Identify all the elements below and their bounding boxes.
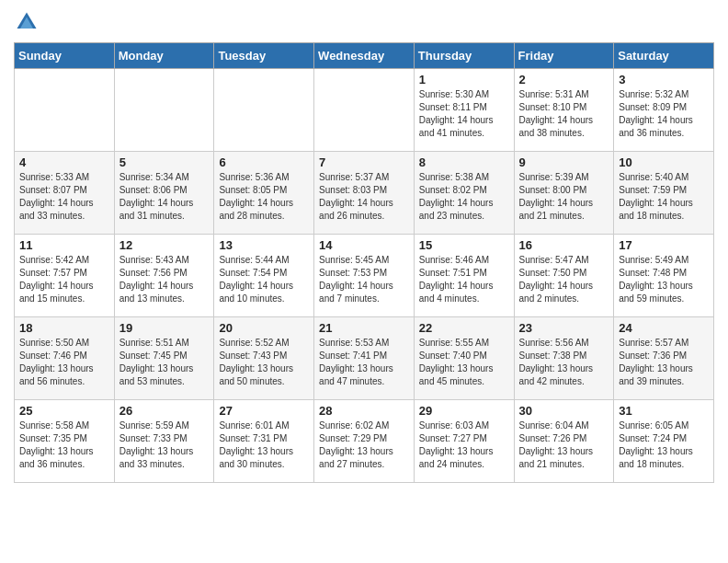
day-info: Sunrise: 5:42 AM Sunset: 7:57 PM Dayligh… — [19, 254, 109, 305]
calendar-cell: 20Sunrise: 5:52 AM Sunset: 7:43 PM Dayli… — [214, 317, 314, 400]
day-number: 4 — [19, 155, 109, 169]
calendar-cell: 30Sunrise: 6:04 AM Sunset: 7:26 PM Dayli… — [514, 400, 614, 483]
day-number: 31 — [619, 404, 709, 418]
day-number: 26 — [119, 404, 210, 418]
page-header — [14, 9, 714, 35]
day-number: 8 — [419, 155, 509, 169]
day-number: 14 — [319, 238, 409, 252]
day-number: 23 — [519, 321, 609, 335]
calendar-body: 1Sunrise: 5:30 AM Sunset: 8:11 PM Daylig… — [15, 69, 714, 483]
day-info: Sunrise: 5:43 AM Sunset: 7:56 PM Dayligh… — [119, 254, 210, 305]
day-number: 9 — [519, 155, 609, 169]
day-number: 22 — [419, 321, 509, 335]
calendar-cell: 6Sunrise: 5:36 AM Sunset: 8:05 PM Daylig… — [214, 152, 314, 235]
day-info: Sunrise: 5:46 AM Sunset: 7:51 PM Dayligh… — [419, 254, 509, 305]
day-info: Sunrise: 6:02 AM Sunset: 7:29 PM Dayligh… — [319, 419, 409, 471]
logo — [14, 9, 43, 35]
day-info: Sunrise: 5:30 AM Sunset: 8:11 PM Dayligh… — [419, 88, 509, 140]
week-row-4: 25Sunrise: 5:58 AM Sunset: 7:35 PM Dayli… — [15, 400, 714, 483]
day-info: Sunrise: 5:45 AM Sunset: 7:53 PM Dayligh… — [319, 254, 409, 305]
day-number: 24 — [619, 321, 709, 335]
day-info: Sunrise: 5:32 AM Sunset: 8:09 PM Dayligh… — [619, 88, 709, 140]
day-info: Sunrise: 5:57 AM Sunset: 7:36 PM Dayligh… — [619, 337, 709, 388]
day-info: Sunrise: 5:36 AM Sunset: 8:05 PM Dayligh… — [219, 171, 309, 223]
day-number: 1 — [419, 73, 509, 86]
day-number: 7 — [319, 155, 409, 169]
day-number: 15 — [419, 238, 509, 252]
day-number: 17 — [619, 238, 709, 252]
calendar-cell: 10Sunrise: 5:40 AM Sunset: 7:59 PM Dayli… — [614, 152, 714, 235]
calendar-cell: 1Sunrise: 5:30 AM Sunset: 8:11 PM Daylig… — [414, 69, 514, 152]
day-info: Sunrise: 5:40 AM Sunset: 7:59 PM Dayligh… — [619, 171, 709, 223]
day-number: 10 — [619, 155, 709, 169]
calendar-cell: 18Sunrise: 5:50 AM Sunset: 7:46 PM Dayli… — [15, 317, 115, 400]
calendar-cell: 13Sunrise: 5:44 AM Sunset: 7:54 PM Dayli… — [214, 235, 314, 317]
day-number: 16 — [519, 238, 609, 252]
calendar-cell: 9Sunrise: 5:39 AM Sunset: 8:00 PM Daylig… — [514, 152, 614, 235]
header-day-friday: Friday — [514, 43, 614, 69]
calendar-cell: 17Sunrise: 5:49 AM Sunset: 7:48 PM Dayli… — [614, 235, 714, 317]
day-info: Sunrise: 5:49 AM Sunset: 7:48 PM Dayligh… — [619, 254, 709, 305]
calendar-cell: 19Sunrise: 5:51 AM Sunset: 7:45 PM Dayli… — [114, 317, 214, 400]
week-row-1: 4Sunrise: 5:33 AM Sunset: 8:07 PM Daylig… — [15, 152, 714, 235]
day-info: Sunrise: 5:39 AM Sunset: 8:00 PM Dayligh… — [519, 171, 609, 223]
logo-icon — [14, 9, 40, 35]
day-info: Sunrise: 5:33 AM Sunset: 8:07 PM Dayligh… — [19, 171, 109, 223]
day-info: Sunrise: 5:37 AM Sunset: 8:03 PM Dayligh… — [319, 171, 409, 223]
calendar-cell: 27Sunrise: 6:01 AM Sunset: 7:31 PM Dayli… — [214, 400, 314, 483]
day-info: Sunrise: 6:04 AM Sunset: 7:26 PM Dayligh… — [519, 419, 609, 471]
day-number: 5 — [119, 155, 210, 169]
header-day-saturday: Saturday — [614, 43, 714, 69]
day-info: Sunrise: 5:56 AM Sunset: 7:38 PM Dayligh… — [519, 337, 609, 388]
calendar-cell: 26Sunrise: 5:59 AM Sunset: 7:33 PM Dayli… — [114, 400, 214, 483]
calendar-cell: 21Sunrise: 5:53 AM Sunset: 7:41 PM Dayli… — [314, 317, 415, 400]
calendar-cell — [314, 69, 415, 152]
header-row: SundayMondayTuesdayWednesdayThursdayFrid… — [15, 43, 714, 69]
calendar-cell — [114, 69, 214, 152]
calendar-cell: 5Sunrise: 5:34 AM Sunset: 8:06 PM Daylig… — [114, 152, 214, 235]
week-row-3: 18Sunrise: 5:50 AM Sunset: 7:46 PM Dayli… — [15, 317, 714, 400]
calendar-cell: 11Sunrise: 5:42 AM Sunset: 7:57 PM Dayli… — [15, 235, 115, 317]
header-day-monday: Monday — [114, 43, 214, 69]
calendar-cell: 23Sunrise: 5:56 AM Sunset: 7:38 PM Dayli… — [514, 317, 614, 400]
header-day-sunday: Sunday — [15, 43, 115, 69]
header-day-thursday: Thursday — [414, 43, 514, 69]
day-info: Sunrise: 5:31 AM Sunset: 8:10 PM Dayligh… — [519, 88, 609, 140]
day-number: 28 — [319, 404, 409, 418]
day-number: 20 — [219, 321, 309, 335]
day-info: Sunrise: 5:50 AM Sunset: 7:46 PM Dayligh… — [19, 337, 109, 388]
day-number: 2 — [519, 73, 609, 86]
calendar-cell: 16Sunrise: 5:47 AM Sunset: 7:50 PM Dayli… — [514, 235, 614, 317]
day-number: 21 — [319, 321, 409, 335]
day-info: Sunrise: 5:52 AM Sunset: 7:43 PM Dayligh… — [219, 337, 309, 388]
day-info: Sunrise: 5:34 AM Sunset: 8:06 PM Dayligh… — [119, 171, 210, 223]
day-info: Sunrise: 5:59 AM Sunset: 7:33 PM Dayligh… — [119, 419, 210, 471]
day-info: Sunrise: 5:51 AM Sunset: 7:45 PM Dayligh… — [119, 337, 210, 388]
calendar-cell: 29Sunrise: 6:03 AM Sunset: 7:27 PM Dayli… — [414, 400, 514, 483]
calendar-cell: 7Sunrise: 5:37 AM Sunset: 8:03 PM Daylig… — [314, 152, 415, 235]
day-number: 11 — [19, 238, 109, 252]
calendar-cell: 15Sunrise: 5:46 AM Sunset: 7:51 PM Dayli… — [414, 235, 514, 317]
calendar-cell: 4Sunrise: 5:33 AM Sunset: 8:07 PM Daylig… — [15, 152, 115, 235]
day-info: Sunrise: 6:05 AM Sunset: 7:24 PM Dayligh… — [619, 419, 709, 471]
day-number: 19 — [119, 321, 210, 335]
day-number: 3 — [619, 73, 709, 86]
day-number: 13 — [219, 238, 309, 252]
calendar-cell: 25Sunrise: 5:58 AM Sunset: 7:35 PM Dayli… — [15, 400, 115, 483]
header-day-wednesday: Wednesday — [314, 43, 415, 69]
calendar-cell: 22Sunrise: 5:55 AM Sunset: 7:40 PM Dayli… — [414, 317, 514, 400]
calendar-cell: 8Sunrise: 5:38 AM Sunset: 8:02 PM Daylig… — [414, 152, 514, 235]
day-info: Sunrise: 5:53 AM Sunset: 7:41 PM Dayligh… — [319, 337, 409, 388]
day-info: Sunrise: 6:01 AM Sunset: 7:31 PM Dayligh… — [219, 419, 309, 471]
day-info: Sunrise: 5:47 AM Sunset: 7:50 PM Dayligh… — [519, 254, 609, 305]
day-number: 18 — [19, 321, 109, 335]
calendar-cell — [15, 69, 115, 152]
calendar-cell: 31Sunrise: 6:05 AM Sunset: 7:24 PM Dayli… — [614, 400, 714, 483]
calendar-header: SundayMondayTuesdayWednesdayThursdayFrid… — [15, 43, 714, 69]
header-day-tuesday: Tuesday — [214, 43, 314, 69]
calendar-cell: 3Sunrise: 5:32 AM Sunset: 8:09 PM Daylig… — [614, 69, 714, 152]
calendar-cell: 2Sunrise: 5:31 AM Sunset: 8:10 PM Daylig… — [514, 69, 614, 152]
calendar-cell: 14Sunrise: 5:45 AM Sunset: 7:53 PM Dayli… — [314, 235, 415, 317]
day-info: Sunrise: 5:38 AM Sunset: 8:02 PM Dayligh… — [419, 171, 509, 223]
calendar-cell: 28Sunrise: 6:02 AM Sunset: 7:29 PM Dayli… — [314, 400, 415, 483]
